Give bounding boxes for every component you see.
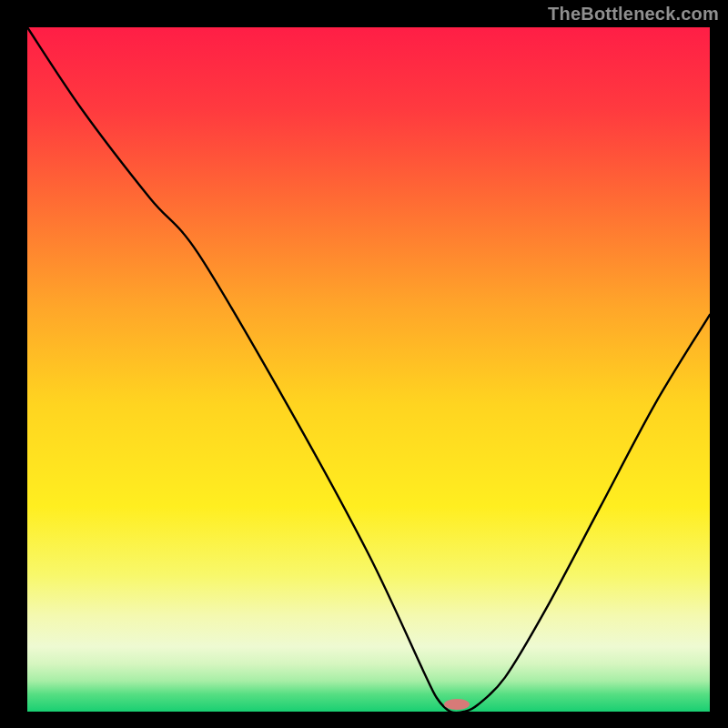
plot-background <box>27 27 710 712</box>
chart-frame: { "watermark": "TheBottleneck.com", "plo… <box>0 0 728 728</box>
watermark: TheBottleneck.com <box>548 4 719 25</box>
optimal-marker <box>444 699 470 710</box>
chart-svg <box>0 0 728 728</box>
